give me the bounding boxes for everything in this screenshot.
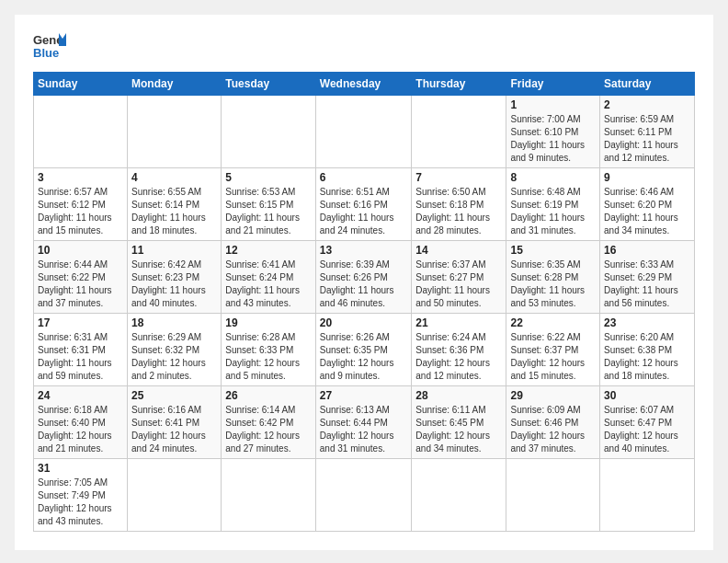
calendar-cell: 25Sunrise: 6:16 AM Sunset: 6:41 PM Dayli…: [128, 386, 222, 459]
day-number: 9: [604, 171, 690, 184]
calendar-cell: 16Sunrise: 6:33 AM Sunset: 6:29 PM Dayli…: [600, 241, 695, 314]
day-info: Sunrise: 6:07 AM Sunset: 6:47 PM Dayligh…: [604, 404, 690, 455]
day-info: Sunrise: 6:14 AM Sunset: 6:42 PM Dayligh…: [225, 404, 312, 455]
day-info: Sunrise: 6:53 AM Sunset: 6:15 PM Dayligh…: [225, 186, 312, 237]
calendar-cell: 18Sunrise: 6:29 AM Sunset: 6:32 PM Dayli…: [128, 314, 222, 386]
day-info: Sunrise: 6:13 AM Sunset: 6:44 PM Dayligh…: [320, 404, 408, 455]
day-info: Sunrise: 6:35 AM Sunset: 6:28 PM Dayligh…: [510, 259, 596, 310]
day-info: Sunrise: 6:11 AM Sunset: 6:45 PM Dayligh…: [415, 404, 502, 455]
calendar-page: General Blue SundayMondayTuesdayWednesda…: [15, 15, 713, 550]
day-number: 20: [320, 316, 408, 329]
day-info: Sunrise: 6:59 AM Sunset: 6:11 PM Dayligh…: [604, 113, 690, 165]
day-info: Sunrise: 6:44 AM Sunset: 6:22 PM Dayligh…: [38, 259, 123, 310]
day-number: 11: [131, 244, 217, 257]
calendar-week-row: 3Sunrise: 6:57 AM Sunset: 6:12 PM Daylig…: [34, 168, 695, 241]
day-number: 27: [320, 389, 408, 402]
day-number: 22: [510, 316, 596, 329]
calendar-week-row: 10Sunrise: 6:44 AM Sunset: 6:22 PM Dayli…: [34, 241, 695, 314]
day-info: Sunrise: 6:42 AM Sunset: 6:23 PM Dayligh…: [131, 259, 217, 310]
day-number: 8: [510, 171, 596, 184]
day-info: Sunrise: 6:33 AM Sunset: 6:29 PM Dayligh…: [604, 259, 690, 310]
calendar-cell: [128, 459, 222, 532]
day-number: 29: [510, 389, 596, 402]
weekday-header-wednesday: Wednesday: [315, 73, 412, 96]
day-info: Sunrise: 6:39 AM Sunset: 6:26 PM Dayligh…: [320, 259, 408, 310]
day-number: 5: [225, 171, 312, 184]
day-info: Sunrise: 6:50 AM Sunset: 6:18 PM Dayligh…: [415, 186, 502, 237]
calendar-cell: 15Sunrise: 6:35 AM Sunset: 6:28 PM Dayli…: [506, 241, 600, 314]
calendar-cell: 5Sunrise: 6:53 AM Sunset: 6:15 PM Daylig…: [222, 168, 316, 241]
day-number: 1: [510, 98, 596, 111]
weekday-header-monday: Monday: [128, 73, 222, 96]
calendar-cell: 8Sunrise: 6:48 AM Sunset: 6:19 PM Daylig…: [506, 168, 600, 241]
day-info: Sunrise: 6:22 AM Sunset: 6:37 PM Dayligh…: [510, 331, 596, 383]
calendar-cell: 12Sunrise: 6:41 AM Sunset: 6:24 PM Dayli…: [222, 241, 316, 314]
calendar-week-row: 17Sunrise: 6:31 AM Sunset: 6:31 PM Dayli…: [34, 314, 695, 386]
day-number: 13: [320, 244, 408, 257]
calendar-week-row: 24Sunrise: 6:18 AM Sunset: 6:40 PM Dayli…: [34, 386, 695, 459]
calendar-cell: 17Sunrise: 6:31 AM Sunset: 6:31 PM Dayli…: [34, 314, 128, 386]
calendar-table: SundayMondayTuesdayWednesdayThursdayFrid…: [33, 72, 695, 532]
day-info: Sunrise: 6:09 AM Sunset: 6:46 PM Dayligh…: [510, 404, 596, 455]
day-number: 14: [415, 244, 502, 257]
day-info: Sunrise: 6:18 AM Sunset: 6:40 PM Dayligh…: [38, 404, 123, 455]
day-info: Sunrise: 7:05 AM Sunset: 7:49 PM Dayligh…: [38, 477, 123, 528]
calendar-cell: 20Sunrise: 6:26 AM Sunset: 6:35 PM Dayli…: [315, 314, 412, 386]
calendar-cell: [600, 459, 695, 532]
day-number: 23: [604, 316, 690, 329]
logo: General Blue: [33, 29, 66, 63]
day-info: Sunrise: 6:24 AM Sunset: 6:36 PM Dayligh…: [415, 331, 502, 383]
calendar-cell: [315, 459, 412, 532]
day-number: 21: [415, 316, 502, 329]
day-number: 6: [320, 171, 408, 184]
day-number: 31: [38, 462, 123, 475]
calendar-cell: [222, 96, 316, 168]
day-info: Sunrise: 6:26 AM Sunset: 6:35 PM Dayligh…: [320, 331, 408, 383]
calendar-cell: 6Sunrise: 6:51 AM Sunset: 6:16 PM Daylig…: [315, 168, 412, 241]
day-info: Sunrise: 6:28 AM Sunset: 6:33 PM Dayligh…: [225, 331, 312, 383]
calendar-cell: 11Sunrise: 6:42 AM Sunset: 6:23 PM Dayli…: [128, 241, 222, 314]
calendar-cell: [412, 459, 506, 532]
calendar-cell: 24Sunrise: 6:18 AM Sunset: 6:40 PM Dayli…: [34, 386, 128, 459]
day-number: 4: [131, 171, 217, 184]
calendar-cell: 22Sunrise: 6:22 AM Sunset: 6:37 PM Dayli…: [506, 314, 600, 386]
day-info: Sunrise: 6:31 AM Sunset: 6:31 PM Dayligh…: [38, 331, 123, 383]
day-number: 28: [415, 389, 502, 402]
day-number: 10: [38, 244, 123, 257]
calendar-cell: 29Sunrise: 6:09 AM Sunset: 6:46 PM Dayli…: [506, 386, 600, 459]
weekday-header-thursday: Thursday: [412, 73, 506, 96]
day-info: Sunrise: 6:51 AM Sunset: 6:16 PM Dayligh…: [320, 186, 408, 237]
calendar-cell: 21Sunrise: 6:24 AM Sunset: 6:36 PM Dayli…: [412, 314, 506, 386]
day-info: Sunrise: 6:16 AM Sunset: 6:41 PM Dayligh…: [131, 404, 217, 455]
day-info: Sunrise: 6:20 AM Sunset: 6:38 PM Dayligh…: [604, 331, 690, 383]
day-info: Sunrise: 6:37 AM Sunset: 6:27 PM Dayligh…: [415, 259, 502, 310]
day-number: 3: [38, 171, 123, 184]
calendar-cell: [506, 459, 600, 532]
weekday-header-friday: Friday: [506, 73, 600, 96]
header: General Blue: [33, 29, 695, 63]
calendar-cell: 7Sunrise: 6:50 AM Sunset: 6:18 PM Daylig…: [412, 168, 506, 241]
day-info: Sunrise: 6:46 AM Sunset: 6:20 PM Dayligh…: [604, 186, 690, 237]
day-number: 2: [604, 98, 690, 111]
day-number: 17: [38, 316, 123, 329]
day-number: 15: [510, 244, 596, 257]
day-info: Sunrise: 6:55 AM Sunset: 6:14 PM Dayligh…: [131, 186, 217, 237]
day-info: Sunrise: 6:57 AM Sunset: 6:12 PM Dayligh…: [38, 186, 123, 237]
calendar-cell: 1Sunrise: 7:00 AM Sunset: 6:10 PM Daylig…: [506, 96, 600, 168]
weekday-header-tuesday: Tuesday: [222, 73, 316, 96]
calendar-week-row: 31Sunrise: 7:05 AM Sunset: 7:49 PM Dayli…: [34, 459, 695, 532]
calendar-cell: 13Sunrise: 6:39 AM Sunset: 6:26 PM Dayli…: [315, 241, 412, 314]
calendar-cell: 2Sunrise: 6:59 AM Sunset: 6:11 PM Daylig…: [600, 96, 695, 168]
day-info: Sunrise: 6:29 AM Sunset: 6:32 PM Dayligh…: [131, 331, 217, 383]
calendar-cell: [412, 96, 506, 168]
day-number: 16: [604, 244, 690, 257]
weekday-header-sunday: Sunday: [34, 73, 128, 96]
calendar-cell: [34, 96, 128, 168]
weekday-header-saturday: Saturday: [600, 73, 695, 96]
day-number: 18: [131, 316, 217, 329]
svg-text:Blue: Blue: [33, 46, 59, 60]
day-info: Sunrise: 6:41 AM Sunset: 6:24 PM Dayligh…: [225, 259, 312, 310]
day-number: 30: [604, 389, 690, 402]
generalblue-logo-icon: General Blue: [33, 29, 66, 63]
day-number: 24: [38, 389, 123, 402]
